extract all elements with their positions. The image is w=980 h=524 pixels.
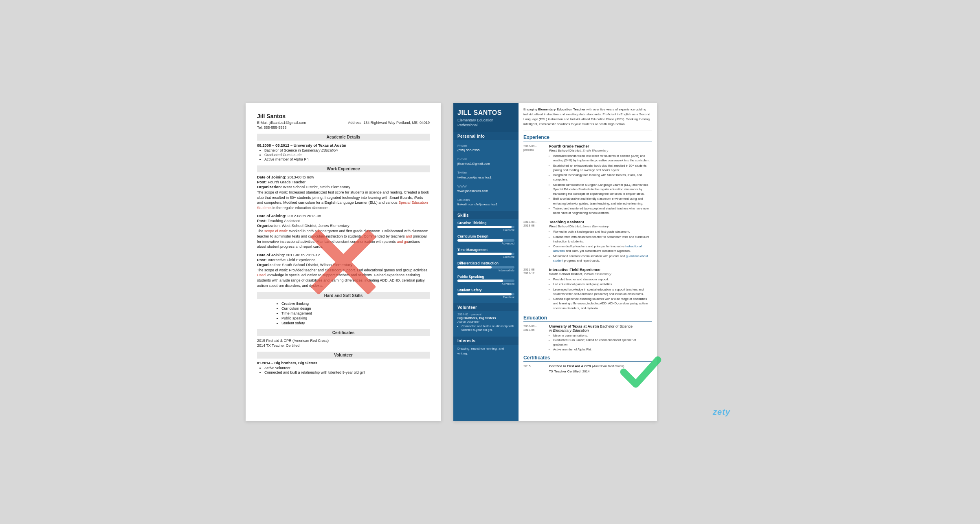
email-label: E-Mail: [257,121,268,125]
left-header: Jill Santos E-Mail: jillsantos1@gmail.co… [257,113,430,130]
right-resume: JILL SANTOS Elementary Education Profess… [453,103,657,421]
exp3-b2: Led educational games and group activiti… [553,282,652,286]
vol-role: Active Volunteer [457,320,514,324]
vol-bullet-1: Active volunteer [264,366,430,370]
left-tel: Tel: 555-555-5555 [257,125,430,130]
certs-section-header: Certificates [257,329,430,336]
left-email: E-Mail: jillsantos1@gmail.com [257,121,306,125]
exp1-org: West School District, Smith Elementary [549,149,652,152]
skill-ct-bar-fill [457,226,512,228]
skill-di-bar-fill [457,266,492,269]
skill-2: Curriculum design [281,306,430,310]
skill-ps-name: Public Speaking [457,275,514,279]
work1-org: Organization: West School District, Smit… [257,185,430,189]
exp2-b4: Maintained constant communication with p… [553,254,652,263]
www-item: WWW www.janesantos.com [453,181,519,194]
edu-date-uni: 08.2008 – 05.2012 – University of Texas … [257,143,430,148]
skill-ss-name: Student Safety [457,288,514,292]
certs-block: 2015 First aid & CPR (American Red Cross… [257,339,430,348]
summary: Engaging Elementary Education Teacher wi… [523,107,652,130]
skill-ss-level: Excellent [457,296,514,299]
cert1-year: 2015 [523,364,546,368]
linkedin-value: linkedin.com/in/janesantos1 [457,202,514,207]
volunteer-section-header: Volunteer [257,352,430,359]
skill-ps-level: Advanced [457,282,514,285]
exp3-b1: Provided teacher and classroom support. [553,277,652,282]
skill-ss-bar-fill [457,293,512,295]
skill-cd-bar-fill [457,239,503,242]
exp2-title: Teaching Assistant [549,220,652,224]
skill-ps-bar-bg [457,280,514,282]
edu-r-b2: Graduated Cum Laude; asked be commenceme… [553,338,652,347]
skill-differentiated: Differentiated Instruction Intermediate [453,260,519,273]
exp1-date: 2013-08 -present [523,144,546,216]
sidebar-email-value: jillsantos1@gmail.com [457,161,514,166]
cert-1: 2015 First aid & CPR (American Red Cross… [257,339,430,343]
edu-right-school: University of Texas at Austin Bachelor o… [549,324,652,332]
edu-honors2: Active member of Alpha Phi [264,157,430,161]
right-main-content: Engaging Elementary Education Teacher wi… [519,103,657,421]
left-name: Jill Santos [257,113,430,119]
vol-org: Big Brothers, Big Sisters [457,316,514,320]
exp1-details: Fourth Grade Teacher West School Distric… [549,144,652,216]
cert-right-1: 2015 Certified in First Aid & CPR (Ameri… [523,364,652,368]
personal-info-section: Personal Info [453,132,519,140]
certificates-section-title: Certificates [523,355,652,362]
sidebar-vol-entry: 2014-01 - present Big Brothers, Big Sist… [453,311,519,333]
skill-4: Public speaking [281,316,430,320]
exp1-b2: Established an extracurricular book club… [553,163,652,173]
sidebar-email-label: E-mail [457,157,514,161]
edu-bullets: Bachelor of Science in Elementary Educat… [257,148,430,161]
skill-di-level: Intermediate [457,269,514,272]
exp3-details: Interactive Field Experience South Schoo… [549,267,652,311]
page-container: Jill Santos E-Mail: jillsantos1@gmail.co… [246,103,734,421]
skill-cd-level: Advanced [457,242,514,245]
cert1-text: Certified in First Aid & CPR (American R… [549,364,652,368]
exp1-b4: Modified curriculum for a English Langua… [553,183,652,196]
right-sidebar: JILL SANTOS Elementary Education Profess… [453,103,519,421]
exp2-b1: Worked in both a kindergarten and first … [553,229,652,234]
skill-cd-bar-bg [457,239,514,242]
exp-entry-2: 2012-08 -2013-08 Teaching Assistant West… [523,220,652,263]
interests-text: Drawing, marathon running, and writing. [453,345,519,357]
zety-watermark: zety [713,407,730,417]
skill-ct-level: Excellent [457,229,514,231]
skill-public-speaking: Public Speaking Advanced [453,273,519,286]
work3-desc: The scope of work: Provided teacher and … [257,268,430,288]
skill-5: Student safety [281,321,430,325]
phone-label: Phone [457,143,514,148]
cert-2: 2014 TX Teacher Certified [257,343,430,348]
skill-1: Creative thinking [281,302,430,306]
linkedin-label: LinkedIn [457,198,514,202]
exp-entry-3: 2011-08 -2011-12 Interactive Field Exper… [523,267,652,311]
work-entry-3: Date of Joining: 2011-08 to 2011-12 Post… [257,253,430,288]
skill-student-safety: Student Safety Excellent [453,286,519,300]
exp1-title: Fourth Grade Teacher [549,144,652,148]
left-address: Address: 134 Rightward Way Portland, ME,… [348,121,430,125]
academic-section-header: Academic Details [257,134,430,141]
vol-bullets-sidebar: Connected and built a relationship with … [457,324,514,332]
exp1-b6: Trained and mentored two exceptional stu… [553,206,652,216]
sidebar-header: JILL SANTOS Elementary Education Profess… [453,103,519,132]
phone-value: (555) 555-5555 [457,148,514,152]
skill-ps-bar-fill [457,280,503,282]
vol-bullet: Connected and built a relationship with … [461,324,514,332]
work1-post: Post: Fourth Grade Teacher [257,180,430,184]
work2-org: Organization: West School District, Jone… [257,223,430,228]
exp2-date: 2012-08 -2013-08 [523,220,546,263]
work2-post: Post: Teaching Assistant [257,218,430,223]
education-section-title: Education [523,315,652,322]
skill-tm-name: Time Management [457,248,514,252]
edu-right-bullets: Minor in communications. Graduated Cum L… [549,333,652,352]
work2-desc: The scope of work: Worked in both a kind… [257,229,430,249]
exp2-b3: Commended by teachers and principal for … [553,244,652,253]
exp3-title: Interactive Field Experience [549,267,652,272]
exp1-b3: Integrated technology into learning with… [553,173,652,182]
cert2-text: TX Teacher Certified, 2014 [549,370,652,373]
vol-bullet-2: Connected and built a relationship with … [264,370,430,374]
skill-di-bar-bg [457,266,514,269]
skill-3: Time management [281,311,430,315]
linkedin-item: LinkedIn linkedin.com/in/janesantos1 [453,194,519,208]
cert-right-2: TX Teacher Certified, 2014 [523,370,652,373]
twitter-value: twitter.com/janesantos1 [457,175,514,180]
